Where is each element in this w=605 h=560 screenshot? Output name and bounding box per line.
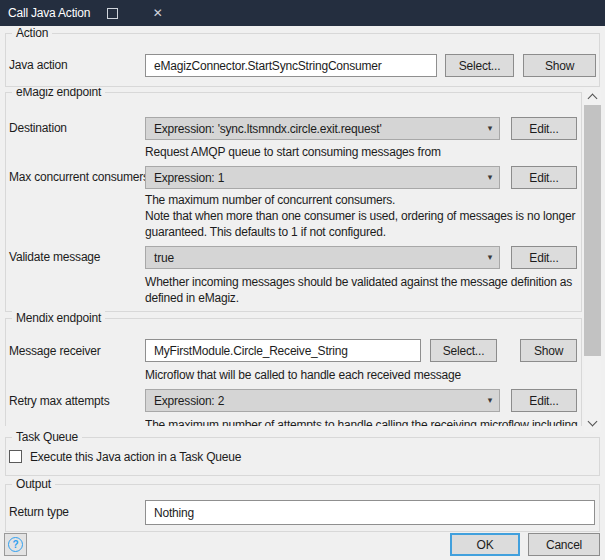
destination-value: Expression: 'sync.ltsmndx.circle.exit.re…: [154, 122, 381, 136]
cancel-button[interactable]: Cancel: [528, 533, 600, 556]
message-receiver-select-button[interactable]: Select...: [430, 339, 497, 362]
message-receiver-help: Microflow that will be called to handle …: [145, 367, 581, 383]
retry-max-attempts-label: Retry max attempts: [9, 394, 109, 409]
max-concurrent-consumers-edit-button[interactable]: Edit...: [511, 166, 577, 189]
return-type-field: Nothing: [145, 500, 595, 525]
return-type-label: Return type: [9, 505, 69, 520]
destination-dropdown[interactable]: Expression: 'sync.ltsmndx.circle.exit.re…: [145, 117, 500, 140]
endpoint-scroll-area: eMagiz endpoint Destination Expression: …: [0, 88, 584, 426]
task-queue-title: Task Queue: [12, 430, 82, 445]
validate-message-help: Whether incoming messages should be vali…: [145, 274, 581, 306]
scroll-up-icon[interactable]: [588, 94, 598, 104]
task-queue-checkbox-label: Execute this Java action in a Task Queue: [30, 450, 241, 465]
max-concurrent-consumers-value: Expression: 1: [154, 171, 224, 185]
close-button[interactable]: ✕: [135, 0, 180, 26]
message-receiver-label: Message receiver: [9, 344, 101, 359]
java-action-show-button[interactable]: Show: [523, 54, 596, 77]
emagiz-endpoint-title: eMagiz endpoint: [12, 88, 105, 100]
ok-button[interactable]: OK: [450, 533, 520, 556]
java-action-select-button[interactable]: Select...: [445, 54, 514, 77]
message-receiver-value: MyFirstModule.Circle_Receive_String: [154, 344, 348, 358]
maximize-icon: [107, 8, 118, 19]
window-title: Call Java Action: [0, 6, 90, 20]
validate-message-edit-button[interactable]: Edit...: [511, 246, 577, 269]
retry-max-attempts-value: Expression: 2: [154, 394, 224, 408]
task-queue-checkbox[interactable]: [9, 450, 22, 463]
chevron-down-icon: ▾: [488, 123, 492, 133]
return-type-value: Nothing: [154, 506, 194, 520]
help-button[interactable]: ?: [4, 533, 27, 556]
close-icon: ✕: [153, 7, 163, 19]
retry-max-attempts-dropdown[interactable]: Expression: 2 ▾: [145, 389, 500, 412]
destination-edit-button[interactable]: Edit...: [511, 117, 577, 140]
help-icon: ?: [8, 537, 23, 552]
chevron-down-icon: ▾: [488, 172, 492, 182]
message-receiver-show-button[interactable]: Show: [520, 339, 577, 362]
validate-message-value: true: [154, 251, 174, 265]
validate-message-label: Validate message: [9, 250, 100, 265]
scroll-down-icon[interactable]: [588, 417, 598, 427]
action-section-title: Action: [12, 26, 52, 41]
message-receiver-field[interactable]: MyFirstModule.Circle_Receive_String: [145, 339, 421, 362]
scrollbar-thumb[interactable]: [584, 105, 601, 356]
max-concurrent-consumers-help-2: Note that when more than one consumer is…: [145, 208, 581, 240]
retry-max-attempts-help-clipped: The maximum number of attempts to handle…: [145, 417, 581, 426]
java-action-label: Java action: [9, 58, 68, 73]
chevron-down-icon: ▾: [488, 395, 492, 405]
mendix-endpoint-title: Mendix endpoint: [12, 311, 105, 326]
call-java-action-dialog: Call Java Action ✕ Action Java action eM…: [0, 0, 605, 560]
vertical-scrollbar[interactable]: [584, 88, 601, 432]
output-section-title: Output: [12, 477, 55, 492]
destination-label: Destination: [9, 121, 67, 136]
titlebar: Call Java Action ✕: [0, 0, 605, 26]
java-action-field[interactable]: eMagizConnector.StartSyncStringConsumer: [145, 54, 437, 77]
validate-message-dropdown[interactable]: true ▾: [145, 246, 500, 269]
max-concurrent-consumers-label: Max concurrent consumers: [9, 170, 149, 185]
maximize-button[interactable]: [90, 0, 135, 26]
max-concurrent-consumers-help-1: The maximum number of concurrent consume…: [145, 192, 581, 208]
retry-max-attempts-edit-button[interactable]: Edit...: [511, 389, 577, 412]
destination-help: Request AMQP queue to start consuming me…: [145, 144, 581, 160]
chevron-down-icon: ▾: [488, 252, 492, 262]
java-action-value: eMagizConnector.StartSyncStringConsumer: [154, 59, 382, 73]
max-concurrent-consumers-dropdown[interactable]: Expression: 1 ▾: [145, 166, 500, 189]
